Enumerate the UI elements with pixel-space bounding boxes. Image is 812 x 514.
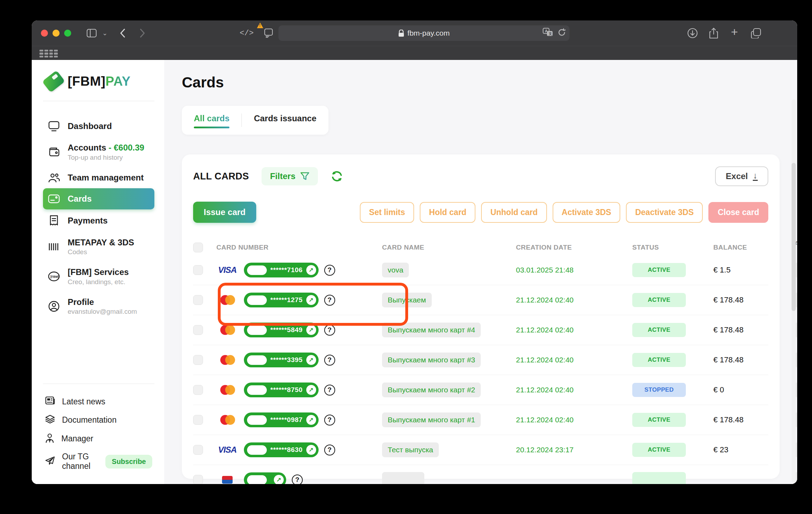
open-card-icon[interactable]: ↗ [306, 325, 316, 335]
row-checkbox[interactable] [193, 445, 203, 455]
masked-digits-blob [247, 295, 267, 305]
translate-icon[interactable]: A文 [543, 28, 553, 39]
address-bar[interactable]: fbm-pay.com A文 [278, 25, 570, 41]
row-checkbox[interactable] [193, 475, 203, 484]
sidebar: [FBM]PAY Dashboard Accounts - €600.39 [32, 60, 164, 484]
filters-button[interactable]: Filters [262, 167, 318, 185]
table-row: ******0987 ↗ ? Выпускаем много карт #1 2… [193, 405, 768, 435]
card-number-pill[interactable]: ******0987 ↗ [244, 412, 319, 427]
tabs-bar: All cards Cards issuance [182, 106, 328, 135]
sidebar-item-dashboard[interactable]: Dashboard [43, 115, 154, 137]
sidebar-item-manager[interactable]: Manager [43, 429, 154, 448]
card-name-badge: Выпускаем много карт #2 [382, 383, 481, 397]
bookmarks-grid-icon[interactable] [39, 50, 58, 57]
close-card-button[interactable]: Close card [708, 202, 768, 223]
status-badge [632, 472, 686, 484]
sidebar-toggle-icon[interactable] [87, 27, 97, 39]
issue-card-button[interactable]: Issue card [193, 202, 256, 223]
new-tab-icon[interactable]: + [731, 25, 738, 38]
card-number-pill[interactable]: ******8630 ↗ [244, 442, 319, 457]
col-card-name: CARD NAME [382, 244, 516, 251]
open-card-icon[interactable]: ↗ [306, 445, 316, 455]
scrollbar-thumb[interactable] [792, 163, 796, 311]
open-card-icon[interactable]: ↗ [306, 355, 316, 365]
sidebar-item-cards[interactable]: Cards [43, 188, 154, 209]
deactivate-3ds-button[interactable]: Deactivate 3DS [626, 202, 703, 223]
row-checkbox[interactable] [193, 415, 203, 425]
card-number-text: ******8750 [270, 386, 303, 394]
zoom-window-button[interactable] [64, 30, 71, 37]
reader-view-icon[interactable] [264, 27, 273, 39]
open-card-icon[interactable]: ↗ [306, 415, 316, 425]
sidebar-item-profile[interactable]: Profile evanstulov@gmail.com [43, 292, 154, 322]
reload-icon[interactable] [558, 28, 566, 38]
sidebar-item-documentation[interactable]: Documentation [43, 411, 154, 429]
help-icon[interactable]: ? [324, 295, 335, 306]
minimize-window-button[interactable] [53, 30, 60, 37]
set-limits-button[interactable]: Set limits [360, 202, 414, 223]
sidebar-item-latest-news[interactable]: Latest news [43, 392, 154, 411]
card-number-pill[interactable]: ******8750 ↗ [244, 383, 319, 397]
close-window-button[interactable] [41, 30, 48, 37]
sidebar-item-accounts[interactable]: Accounts - €600.39 Top-up and history [43, 137, 154, 167]
card-name-badge: Выпускаем [382, 293, 432, 307]
balance-value: € 23 [713, 445, 794, 454]
row-checkbox[interactable] [193, 355, 203, 365]
sidebar-item-team-management[interactable]: Team management [43, 167, 154, 188]
share-icon[interactable] [709, 27, 718, 39]
card-number-pill[interactable]: ******3395 ↗ [244, 353, 319, 367]
scrollbar-track[interactable] [792, 99, 796, 483]
subscribe-badge[interactable]: Subscribe [105, 455, 152, 469]
panel-heading: ALL CARDS [193, 171, 249, 182]
unhold-card-button[interactable]: Unhold card [481, 202, 547, 223]
creation-date: 21.12.2024 02:40 [516, 296, 632, 304]
tab-cards-issuance[interactable]: Cards issuance [241, 114, 316, 127]
status-badge: ACTIVE [632, 443, 686, 457]
help-icon[interactable]: ? [324, 265, 335, 276]
select-all-checkbox[interactable] [193, 243, 203, 252]
refresh-icon[interactable] [331, 170, 343, 182]
sidebar-item-tg-channel[interactable]: Our TG channel Subscribe [43, 448, 154, 475]
hold-card-button[interactable]: Hold card [420, 202, 475, 223]
help-icon[interactable]: ? [324, 325, 335, 336]
help-icon[interactable]: ? [324, 355, 335, 366]
barcode-icon [48, 242, 60, 252]
downloads-icon[interactable] [687, 27, 698, 39]
news-icon [45, 396, 55, 407]
card-brand-logo [216, 415, 238, 425]
excel-export-button[interactable]: Excel ↓ [715, 166, 768, 186]
tab-all-cards[interactable]: All cards [194, 114, 229, 127]
help-icon[interactable]: ? [292, 475, 303, 484]
sidebar-item-label: Latest news [62, 397, 105, 406]
sidebar-item-payments[interactable]: Payments [43, 209, 154, 232]
chevron-down-icon[interactable]: ⌄ [102, 27, 107, 39]
url-text: fbm-pay.com [407, 29, 450, 37]
masked-digits-blob [247, 325, 267, 335]
web-inspector-icon[interactable]: </> [240, 27, 254, 39]
manager-icon [45, 433, 54, 444]
row-checkbox[interactable] [193, 265, 203, 275]
help-icon[interactable]: ? [324, 415, 335, 426]
sidebar-item-label: Team management [68, 173, 144, 183]
card-number-pill[interactable]: ******7106 ↗ [244, 263, 319, 277]
row-checkbox[interactable] [193, 385, 203, 395]
svg-text:文: 文 [548, 32, 552, 36]
activate-3ds-button[interactable]: Activate 3DS [553, 202, 621, 223]
sidebar-item-metapay-3ds[interactable]: METAPAY & 3DS Codes [43, 232, 154, 262]
sidebar-item-fbm-services[interactable]: [FBM] [FBM] Services Creo, landings, etc… [43, 262, 154, 292]
card-number-pill[interactable]: ******5849 ↗ [244, 323, 319, 337]
help-icon[interactable]: ? [324, 385, 335, 396]
open-card-icon[interactable]: ↗ [274, 475, 284, 484]
row-checkbox[interactable] [193, 295, 203, 305]
tab-overview-icon[interactable] [751, 27, 761, 39]
open-card-icon[interactable]: ↗ [306, 385, 316, 395]
card-number-pill[interactable]: ******1275 ↗ [244, 293, 319, 307]
row-checkbox[interactable] [193, 325, 203, 335]
help-icon[interactable]: ? [324, 445, 335, 455]
back-button[interactable] [120, 27, 125, 39]
open-card-icon[interactable]: ↗ [306, 295, 316, 305]
card-number-pill[interactable]: ↗ [244, 472, 286, 484]
forward-button[interactable] [140, 27, 145, 39]
open-card-icon[interactable]: ↗ [306, 265, 316, 275]
card-actions: Set limits Hold card Unhold card Activat… [360, 202, 768, 223]
